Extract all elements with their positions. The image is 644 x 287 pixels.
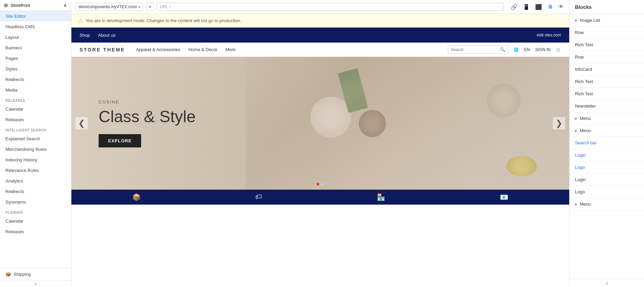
warning-icon: ⚠ <box>78 17 83 24</box>
store-cart-icon[interactable]: 🛒 <box>556 47 561 52</box>
block-menu-1[interactable]: ▶ Menu <box>570 112 644 125</box>
hero-prev-button[interactable]: ❮ <box>75 117 88 129</box>
block-label: Login <box>575 153 639 158</box>
sidebar-item-calendar-releases[interactable]: Calendar <box>0 104 71 114</box>
sidebar-item-indexing-history[interactable]: Indexing History <box>0 155 71 165</box>
sidebar-item-relevance-rules[interactable]: Relevance Rules <box>0 165 71 176</box>
sidebar-item-synonyms[interactable]: Synonyms <box>0 197 71 207</box>
url-input[interactable] <box>172 4 501 9</box>
shipping-icon: 📦 <box>5 272 11 277</box>
block-image-list[interactable]: ▶ Image List <box>570 14 644 27</box>
hero-dot-1[interactable] <box>317 183 319 186</box>
hero-next-button[interactable]: ❯ <box>553 117 565 129</box>
block-label: Menu <box>580 128 639 133</box>
block-label: Logo <box>575 189 639 194</box>
grid-icon: ⊞ <box>4 3 8 8</box>
store-nav-shop[interactable]: Shop <box>80 29 90 42</box>
store-menu-home-decor[interactable]: Home & Decor <box>188 47 217 52</box>
store-search-input[interactable] <box>451 47 498 52</box>
mobile-icon[interactable]: 📱 <box>522 3 531 11</box>
sidebar-item-releases-planner[interactable]: Releases <box>0 226 71 237</box>
sidebar-item-redirects-intelligent[interactable]: Redirects <box>0 186 71 197</box>
block-label: Rich Text <box>575 42 639 47</box>
collapse-icon[interactable]: ∧ <box>64 3 67 8</box>
store-lang[interactable]: EN <box>524 47 530 52</box>
sidebar-item-analytics[interactable]: Analytics <box>0 176 71 186</box>
sidebar-scroll: Site Editor Headless CMS Layout Banners … <box>0 11 71 268</box>
sidebar-item-banners[interactable]: Banners <box>0 43 71 53</box>
store-menu-more[interactable]: More <box>225 47 236 52</box>
hero-dot-2[interactable] <box>321 183 324 186</box>
block-menu-3[interactable]: ▶ Menu <box>570 198 644 210</box>
store-nav-vtex-link[interactable]: visit vtex.com <box>537 33 561 37</box>
block-label: Newsletter <box>575 103 639 109</box>
link-icon[interactable]: 🔗 <box>509 3 519 11</box>
block-logo-1[interactable]: Logo <box>570 161 644 174</box>
sidebar-footer-shipping[interactable]: 📦 Shipping <box>0 268 71 280</box>
sidebar-item-releases-releases[interactable]: Releases <box>0 114 71 125</box>
preview-area: Shop About us visit vtex.com STORE THEME… <box>71 28 569 287</box>
sidebar-item-layout[interactable]: Layout <box>0 32 71 43</box>
block-infocard[interactable]: InfoCard <box>570 63 644 76</box>
block-logo-2[interactable]: Logo <box>570 186 644 198</box>
sidebar-item-explained-search[interactable]: Explained Search <box>0 133 71 144</box>
store-menu-apparel[interactable]: Apparel & Accessories <box>136 47 180 52</box>
sidebar-item-site-editor[interactable]: Site Editor <box>0 11 71 21</box>
sidebar-title: Storefront <box>11 3 30 8</box>
sidebar-item-redirects-top[interactable]: Redirects <box>0 74 71 85</box>
dev-banner: ⚠ You are in development mode. Changes t… <box>71 14 569 28</box>
sidebar-item-calendar-planner[interactable]: Calendar <box>0 216 71 226</box>
block-row-2[interactable]: Row <box>570 51 644 63</box>
store-hero: CUSINE Class & Style EXPLORE ❮ ❯ <box>71 57 569 190</box>
footer-icon-2[interactable]: 🏷 <box>255 193 262 201</box>
hero-dots <box>317 183 324 186</box>
block-search-bar[interactable]: Search bar <box>570 137 644 149</box>
store-search-icon[interactable]: 🔍 <box>500 47 505 52</box>
dev-banner-message: You are in development mode. Changes to … <box>86 18 241 23</box>
desktop-icon[interactable]: 🖥 <box>546 3 554 11</box>
sidebar-item-headless-cms[interactable]: Headless CMS <box>0 21 71 32</box>
domain-select[interactable]: storecomponents.myVTEX.com/ ▾ <box>75 3 143 11</box>
chevron-icon: ▶ <box>575 202 578 206</box>
expand-button[interactable]: ▾ <box>146 3 154 11</box>
block-label: Row <box>575 30 639 35</box>
footer-icon-1[interactable]: 📦 <box>132 193 141 201</box>
block-label: Logo <box>575 165 639 170</box>
url-input-wrap: URL / <box>157 3 504 11</box>
store-auth-area: 🌐 EN SIGN IN 🛒 <box>514 47 561 52</box>
block-menu-2[interactable]: ▶ Menu <box>570 125 644 137</box>
footer-icon-3[interactable]: 🏪 <box>377 193 385 201</box>
block-row-1[interactable]: Row <box>570 27 644 39</box>
tablet-icon[interactable]: ⬛ <box>534 3 543 11</box>
top-bar-icons: 🔗 📱 ⬛ 🖥 👁 <box>509 3 565 11</box>
hero-explore-button[interactable]: EXPLORE <box>99 134 141 147</box>
shipping-label: Shipping <box>14 272 31 277</box>
sidebar-item-styles[interactable]: Styles <box>0 64 71 74</box>
block-label: Menu <box>580 116 639 121</box>
block-rich-text-2[interactable]: Rich Text <box>570 76 644 88</box>
sidebar-item-pages[interactable]: Pages <box>0 53 71 64</box>
block-login-1[interactable]: Login <box>570 149 644 161</box>
chevron-icon: ▶ <box>575 129 578 132</box>
store-logo: STORE THEME <box>80 47 125 52</box>
store-sign-in[interactable]: SIGN IN <box>535 47 550 52</box>
sidebar-header-left: ⊞ Storefront <box>4 3 30 8</box>
chevron-icon: ▶ <box>575 18 578 22</box>
domain-chevron-icon: ▾ <box>138 5 140 9</box>
block-rich-text-3[interactable]: Rich Text <box>570 88 644 100</box>
sidebar-item-media[interactable]: Media <box>0 85 71 95</box>
block-login-2[interactable]: Login <box>570 174 644 186</box>
eye-icon[interactable]: 👁 <box>557 3 565 11</box>
block-label: Login <box>575 177 639 182</box>
block-label: Menu <box>580 202 639 207</box>
block-rich-text-1[interactable]: Rich Text <box>570 39 644 51</box>
sidebar-item-merchandising-rules[interactable]: Merchandising Rules <box>0 144 71 155</box>
intelligent-search-section-label: INTELLIGENT SEARCH <box>0 125 71 133</box>
block-label: InfoCard <box>575 67 639 72</box>
block-newsletter[interactable]: Newsletter <box>570 100 644 112</box>
sidebar-scroll-down-btn[interactable]: ∨ <box>0 280 71 287</box>
blocks-scroll-down-btn[interactable]: ∨ <box>570 279 644 287</box>
top-bar: storecomponents.myVTEX.com/ ▾ ▾ URL / 🔗 … <box>71 0 569 14</box>
store-nav-about[interactable]: About us <box>98 29 115 42</box>
footer-icon-4[interactable]: 📧 <box>500 193 508 201</box>
